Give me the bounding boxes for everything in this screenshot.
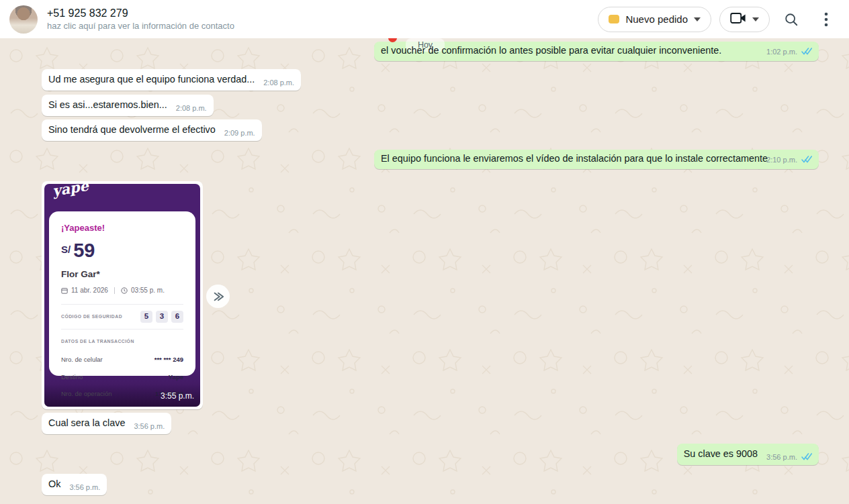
security-code-label: CÓDIGO DE SEGURIDAD [61,310,122,323]
code-digit: 3 [156,311,168,323]
divider [61,329,183,330]
code-digit: 6 [171,311,183,323]
receipt-title: ¡Yapeaste! [61,221,183,234]
receipt-time: 03:55 p. m. [131,284,165,297]
message-time: 2:10 p.m. [766,156,797,164]
menu-button[interactable] [813,6,840,33]
search-icon [784,12,799,27]
order-status-button[interactable]: Nuevo pedido [598,7,711,32]
forward-message-button[interactable] [206,285,230,308]
message-text: Cual sera la clave [48,417,125,428]
clock-icon [121,287,128,294]
payee-name: Flor Gar* [61,268,183,281]
video-call-button[interactable] [719,7,770,32]
chat-panel: el voucher de confirmación lo antes posi… [0,38,849,504]
message-time: 2:09 p.m. [224,127,255,140]
message-meta: 2:10 p.m. [766,154,812,166]
currency-symbol: S/ [61,243,71,256]
message-text: Su clave es 9008 [684,448,758,459]
message-bubble[interactable]: El equipo funciona le enviaremos el víde… [374,150,819,169]
message-text: Ud me asegura que el equipo funciona ver… [48,74,255,85]
forward-arrow-icon [212,291,225,302]
yape-receipt: yape ¡Yapeaste! S/ 59 Flor Gar* 11 abr. … [44,184,200,407]
header-actions: Nuevo pedido [598,6,840,33]
kebab-menu-icon [824,12,828,27]
message-bubble[interactable]: Si es asi...estaremos.bien... 2:08 p.m. [42,95,214,116]
read-receipt-icon [801,48,812,55]
transaction-row: Nro. de celular *** *** 249 [61,353,183,366]
transaction-row: Destino Yape [61,370,183,383]
message-text: El equipo funciona le enviaremos el víde… [381,153,768,164]
read-receipt-icon [801,156,812,163]
contact-subtitle: haz clic aquí para ver la información de… [47,20,234,32]
chevron-down-icon [694,17,701,21]
contact-name: +51 925 832 279 [47,6,234,20]
code-digit: 5 [140,311,152,323]
message-time: 2:08 p.m. [263,77,294,89]
message-bubble[interactable]: el voucher de confirmación lo antes posi… [374,42,819,61]
calendar-icon [61,287,68,294]
receipt-amount: S/ 59 [61,240,183,260]
label-icon [609,15,619,23]
message-time: 1:02 p.m. [766,48,797,56]
message-text: Si es asi...estaremos.bien... [48,99,167,110]
divider [61,304,183,305]
message-bubble[interactable]: Sino tendrá que devolverme el efectivo 2… [42,119,262,141]
message-text: el voucher de confirmación lo antes posi… [381,45,721,56]
message-bubble[interactable]: Ok 3:56 p.m. [42,474,107,495]
message-text: Ok [48,478,60,489]
contact-avatar[interactable] [9,5,38,34]
security-code-row: CÓDIGO DE SEGURIDAD 5 3 6 [61,310,183,323]
read-receipt-icon [801,453,812,460]
security-code-digits: 5 3 6 [140,311,183,323]
order-status-label: Nuevo pedido [625,13,688,25]
chat-header: +51 925 832 279 haz clic aquí para ver l… [0,0,849,38]
chevron-down-icon [752,17,759,21]
message-time: 3:56 p.m. [766,453,797,461]
message-bubble[interactable]: Ud me asegura que el equipo funciona ver… [42,69,301,91]
amount-value: 59 [73,240,95,260]
transaction-section-label: DATOS DE LA TRANSACCIÓN [61,335,183,348]
message-text: Sino tendrá que devolverme el efectivo [48,124,216,135]
message-meta: 1:02 p.m. [766,46,812,58]
message-time: 3:56 p.m. [134,420,165,433]
search-button[interactable] [778,6,805,33]
yape-receipt-card: ¡Yapeaste! S/ 59 Flor Gar* 11 abr. 2026 … [49,211,195,376]
image-message-time: 3:55 p.m. [161,390,194,403]
message-bubble[interactable]: Cual sera la clave 3:56 p.m. [42,413,171,434]
divider [114,287,115,294]
message-time: 3:56 p.m. [69,481,100,494]
message-meta: 3:56 p.m. [766,451,812,464]
video-camera-icon [730,12,746,27]
receipt-date: 11 abr. 2026 [71,284,108,297]
message-time: 2:08 p.m. [176,102,207,115]
receipt-image-message[interactable]: yape ¡Yapeaste! S/ 59 Flor Gar* 11 abr. … [42,181,203,409]
yape-logo: yape [52,184,89,197]
message-bubble[interactable]: Su clave es 9008 3:56 p.m. [677,444,819,465]
receipt-datetime: 11 abr. 2026 03:55 p. m. [61,284,183,297]
contact-info[interactable]: +51 925 832 279 haz clic aquí para ver l… [47,6,234,32]
